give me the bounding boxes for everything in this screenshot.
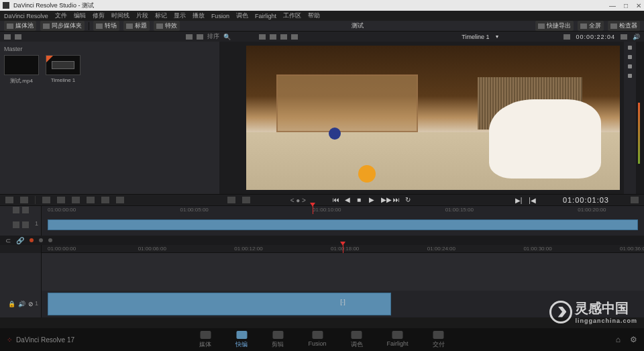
skip-next-button[interactable]: |◀ bbox=[529, 197, 536, 204]
subtoolbar: 排序 🔍 Timeline 1 ▼ 00:00:22:04 🔊 bbox=[0, 32, 644, 42]
page-fairlight[interactable]: Fairlight bbox=[387, 331, 409, 349]
menu-help[interactable]: 帮助 bbox=[308, 11, 320, 20]
speaker-icon[interactable]: 🔊 bbox=[633, 34, 640, 40]
marker-flag-icon[interactable] bbox=[39, 238, 43, 242]
first-frame-button[interactable]: ⏮ bbox=[333, 197, 339, 203]
marker-dot-icon[interactable] bbox=[48, 238, 52, 242]
menu-workspace[interactable]: 工作区 bbox=[283, 11, 301, 20]
last-frame-button[interactable]: ⏭ bbox=[393, 197, 400, 203]
page-deliver[interactable]: 交付 bbox=[433, 331, 445, 349]
timeline-item[interactable]: Timeline 1 bbox=[46, 55, 80, 85]
edit-handle-icon[interactable]: [·] bbox=[340, 299, 345, 305]
menu-clip[interactable]: 片段 bbox=[136, 11, 148, 20]
video-track-head[interactable] bbox=[0, 253, 42, 291]
window-close-button[interactable]: ✕ bbox=[636, 2, 641, 9]
upper-track-body[interactable]: 1 bbox=[42, 214, 644, 236]
page-color[interactable]: 调色 bbox=[351, 331, 363, 349]
lock-icon[interactable]: 🔒 bbox=[8, 301, 15, 307]
menu-fairlight[interactable]: Fairlight bbox=[255, 13, 276, 19]
search-icon[interactable]: 🔍 bbox=[223, 34, 231, 40]
mediapool-toggle[interactable]: 媒体池 bbox=[4, 21, 36, 31]
sort-label[interactable]: 排序 bbox=[207, 32, 219, 41]
tool-in-icon[interactable] bbox=[5, 197, 13, 203]
closeup-icon[interactable] bbox=[87, 197, 95, 203]
menu-timeline[interactable]: 时间线 bbox=[111, 11, 129, 20]
page-fusion[interactable]: Fusion bbox=[308, 331, 326, 349]
menu-view[interactable]: 显示 bbox=[174, 11, 186, 20]
options-icon[interactable] bbox=[621, 34, 627, 40]
tools-dropdown-icon[interactable] bbox=[227, 197, 235, 203]
link-icon[interactable]: 🔗 bbox=[16, 237, 24, 244]
stop-button[interactable]: ■ bbox=[357, 197, 364, 203]
viewer-timecode[interactable]: 01:00:01:03 bbox=[563, 196, 609, 204]
menu-edit[interactable]: 编辑 bbox=[74, 11, 86, 20]
prev-button[interactable]: ◀ bbox=[345, 197, 352, 203]
track-tool-b-icon[interactable] bbox=[22, 207, 29, 213]
project-settings-button[interactable]: ⚙ bbox=[630, 335, 637, 344]
page-cut[interactable]: 快编 bbox=[235, 331, 248, 349]
viewer-canvas[interactable] bbox=[246, 46, 620, 190]
next-button[interactable]: ▶▶ bbox=[381, 197, 388, 203]
play-button[interactable]: ▶ bbox=[369, 197, 376, 203]
upper-ruler[interactable]: 01:00:00:00 01:00:05:00 01:00:10:00 01:0… bbox=[42, 206, 644, 214]
inspector-toggle[interactable]: 检查器 bbox=[608, 21, 640, 31]
page-edit[interactable]: 剪辑 bbox=[272, 331, 284, 349]
dissolve-icon[interactable] bbox=[242, 197, 250, 203]
viewer-mode-3-icon[interactable] bbox=[280, 34, 287, 40]
menu-playback[interactable]: 播放 bbox=[193, 11, 205, 20]
menu-trim[interactable]: 修剪 bbox=[93, 11, 105, 20]
disable-icon[interactable]: ⊘ bbox=[28, 301, 34, 307]
window-minimize-button[interactable]: — bbox=[609, 2, 616, 9]
ripple-icon[interactable] bbox=[72, 197, 80, 203]
chevron-down-icon[interactable]: ▼ bbox=[495, 34, 500, 39]
quickexport-button[interactable]: 快捷导出 bbox=[535, 21, 574, 31]
viewer-mode-1-icon[interactable] bbox=[259, 34, 266, 40]
viewer-options-icon[interactable] bbox=[631, 197, 639, 203]
tool-4-icon[interactable] bbox=[628, 74, 632, 78]
tool-1-icon[interactable] bbox=[628, 46, 632, 50]
tool-3-icon[interactable] bbox=[628, 64, 632, 68]
tool-2-icon[interactable] bbox=[628, 55, 632, 59]
menu-color[interactable]: 调色 bbox=[236, 11, 248, 20]
video-track-body[interactable] bbox=[42, 253, 644, 291]
timeline-selector[interactable]: Timeline 1 bbox=[462, 34, 489, 40]
speaker-icon[interactable]: 🔊 bbox=[18, 301, 25, 307]
import-icon[interactable] bbox=[4, 34, 11, 40]
smart-insert-icon[interactable] bbox=[42, 197, 50, 203]
menu-fusion[interactable]: Fusion bbox=[211, 13, 229, 19]
menu-davinci[interactable]: DaVinci Resolve bbox=[4, 13, 48, 19]
viewer-mode-4-icon[interactable] bbox=[291, 34, 298, 40]
overwrite-icon[interactable] bbox=[116, 197, 124, 203]
marker-red-icon[interactable] bbox=[30, 238, 34, 242]
window-maximize-button[interactable]: □ bbox=[624, 2, 628, 9]
audio-track-body[interactable]: 1 [·] bbox=[42, 291, 644, 317]
titles-toggle[interactable]: 标题 bbox=[123, 21, 150, 31]
transitions-toggle[interactable]: 转场 bbox=[93, 21, 119, 31]
menu-mark[interactable]: 标记 bbox=[155, 11, 167, 20]
upper-clip[interactable] bbox=[48, 219, 638, 230]
track-tool-a-icon[interactable] bbox=[13, 207, 19, 213]
syncbin-toggle[interactable]: 同步媒体夹 bbox=[40, 21, 85, 31]
tc-mode-icon[interactable] bbox=[564, 34, 570, 40]
clip-item[interactable]: 测试.mp4 bbox=[4, 55, 39, 85]
place-icon[interactable] bbox=[101, 197, 109, 203]
page-media[interactable]: 媒体 bbox=[199, 331, 211, 349]
append-icon[interactable] bbox=[57, 197, 65, 203]
fullscreen-button[interactable]: 全屏 bbox=[578, 21, 604, 31]
view-thumb-icon[interactable] bbox=[186, 34, 193, 40]
audio-clip[interactable] bbox=[48, 293, 391, 315]
bin-root-label[interactable]: Master bbox=[4, 46, 215, 52]
folder-icon[interactable] bbox=[15, 34, 21, 40]
skip-prev-button[interactable]: ▶| bbox=[515, 197, 523, 204]
menu-file[interactable]: 文件 bbox=[55, 11, 67, 20]
tool-out-icon[interactable] bbox=[20, 197, 28, 203]
lower-timeline: 01:00:00:00 01:00:06:00 01:00:12:00 01:0… bbox=[0, 245, 644, 317]
loop-button[interactable]: ↻ bbox=[405, 197, 412, 203]
magnet-icon[interactable]: ⊂ bbox=[5, 237, 11, 244]
lower-ruler[interactable]: 01:00:00:00 01:00:06:00 01:00:12:00 01:0… bbox=[42, 245, 644, 253]
audio-meters bbox=[636, 42, 644, 194]
home-button[interactable]: ⌂ bbox=[616, 335, 621, 344]
effects-toggle[interactable]: 特效 bbox=[154, 21, 180, 31]
viewer-mode-2-icon[interactable] bbox=[270, 34, 276, 40]
view-list-icon[interactable] bbox=[197, 34, 203, 40]
